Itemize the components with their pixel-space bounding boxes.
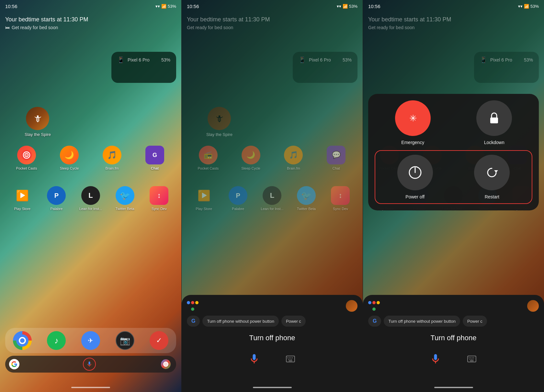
svg-rect-22 <box>470 357 471 358</box>
dock-chrome[interactable] <box>13 331 32 350</box>
lens-button[interactable] <box>159 358 172 371</box>
brain-fm-label: Brain.fm <box>106 166 119 170</box>
app-chat[interactable]: G Chat <box>143 146 166 170</box>
chip-google-3[interactable]: G <box>368 316 381 327</box>
emergency-item[interactable]: ✳ Emergency <box>375 100 451 145</box>
svg-rect-16 <box>490 118 498 123</box>
chip-suggestion-2[interactable]: Power c <box>281 316 306 327</box>
wifi-icon: ▾▾ <box>155 4 160 9</box>
app-lean[interactable]: L Lean for Inst... <box>79 186 102 211</box>
keyboard-button-3[interactable] <box>463 351 480 367</box>
svg-text:✳: ✳ <box>409 113 416 123</box>
assistant-sheet-3: G Turn off phone without power button Po… <box>363 295 544 392</box>
slay-spire-app[interactable]: 🗡 Slay the Spire <box>25 107 51 137</box>
poweroff-item[interactable]: Power off <box>379 155 451 199</box>
brain-fm-icon: 🎵 <box>103 146 121 164</box>
svg-rect-7 <box>287 357 288 358</box>
lean-label: Lean for Inst... <box>79 207 102 211</box>
bedtime-title: Your bedtime starts at 11:30 PM <box>5 16 176 23</box>
status-time-2: 10:56 <box>187 4 199 9</box>
chip-suggestion-1-3[interactable]: Turn off phone without power button <box>384 316 460 327</box>
app-play-store[interactable]: ▶️ Play Store <box>11 186 34 211</box>
panel-power-menu: 10:56 ▾▾ 📶 53% Your bedtime starts at 11… <box>363 0 544 392</box>
lockdown-item[interactable]: Lockdown <box>456 100 533 145</box>
svg-point-3 <box>26 155 27 156</box>
chip-suggestion-2-3[interactable]: Power c <box>463 316 487 327</box>
app-pocket-casts[interactable]: Pocket Casts <box>15 146 38 170</box>
palabre-label: Palabre <box>50 207 62 211</box>
app-sleep-cycle[interactable]: 🌙 Sleep Cycle <box>58 146 81 170</box>
dot-red-3 <box>372 301 376 304</box>
signal-icon: 📶 <box>161 4 166 9</box>
battery-widget-2: 📱 Pixel 6 Pro 53% <box>293 52 357 83</box>
keyboard-button[interactable] <box>282 351 299 367</box>
dock-todoist[interactable]: ✓ <box>150 331 168 350</box>
dock-camera[interactable]: 📷 <box>116 331 134 350</box>
lockdown-button[interactable] <box>476 100 512 136</box>
assistant-avatar-3 <box>527 300 539 312</box>
home-indicator-2[interactable] <box>253 387 292 388</box>
assistant-avatar <box>346 300 357 312</box>
chip-google[interactable]: G <box>187 316 200 327</box>
svg-rect-13 <box>291 359 292 360</box>
notification-area: Your bedtime starts at 11:30 PM 🛏 Get re… <box>5 16 176 30</box>
dot-green-3 <box>372 308 376 311</box>
google-dots-3 <box>368 300 380 312</box>
svg-rect-24 <box>473 357 474 358</box>
sleep-cycle-label: Sleep Cycle <box>60 166 79 170</box>
twitter-label: Twitter Beta <box>116 207 134 211</box>
battery-indicator-2: 53% <box>349 4 357 9</box>
chat-label: Chat <box>151 166 159 170</box>
assistant-query: Turn off phone <box>182 330 363 345</box>
dimmed-notification: Your bedtime starts at 11:30 PM Get read… <box>187 16 270 30</box>
app-twitter[interactable]: 🐦 Twitter Beta <box>113 186 137 211</box>
assistant-query-3: Turn off phone <box>363 330 544 345</box>
svg-rect-11 <box>288 359 289 360</box>
bedtime-subtitle: 🛏 Get ready for bed soon <box>5 25 176 30</box>
emergency-button[interactable]: ✳ <box>395 100 431 136</box>
assistant-mic-button[interactable] <box>246 351 263 367</box>
status-bar-3: 10:56 ▾▾ 📶 53% <box>363 0 544 12</box>
slay-spire-icon: 🗡 <box>26 107 49 130</box>
battery-percentage: 53% <box>161 57 170 62</box>
poweroff-button[interactable] <box>397 155 433 190</box>
dot-blue-3 <box>368 301 371 304</box>
play-store-icon: ▶️ <box>13 186 32 205</box>
svg-rect-21 <box>469 357 469 358</box>
assistant-mic-button-3[interactable] <box>427 351 444 367</box>
app-palabre[interactable]: P Palabre <box>45 186 68 211</box>
wifi-icon-3: ▾▾ <box>518 4 523 9</box>
svg-rect-25 <box>470 359 470 360</box>
status-time-3: 10:56 <box>368 4 380 9</box>
search-mic-button[interactable] <box>83 358 96 371</box>
battery-widget[interactable]: 📱 Pixel 6 Pro 53% <box>111 52 176 83</box>
dock-spotify[interactable]: ♪ <box>47 331 66 350</box>
svg-rect-14 <box>289 361 292 361</box>
app-row-1-dim: 📻 Pocket Casts 🌙 Sleep Cycle 🎵 Brain.fm … <box>187 146 357 170</box>
emergency-label: Emergency <box>401 140 424 145</box>
device-name: Pixel 6 Pro <box>128 57 150 62</box>
dock: ♪ ✈ 📷 ✓ <box>5 328 176 353</box>
google-g-icon <box>9 359 19 369</box>
dock-direct[interactable]: ✈ <box>81 331 100 350</box>
assistant-header <box>182 300 363 316</box>
chip-suggestion-1[interactable]: Turn off phone without power button <box>202 316 278 327</box>
slay-spire-dim: 🗡 Slay the Spire <box>206 107 232 137</box>
panel-assistant: 10:56 ▾▾ 📶 53% Your bedtime starts at 11… <box>181 0 363 392</box>
home-indicator[interactable] <box>71 387 110 388</box>
status-icons-2: ▾▾ 📶 53% <box>337 4 357 9</box>
home-indicator-3[interactable] <box>434 387 473 388</box>
dot-red <box>191 301 194 304</box>
slay-spire-label: Slay the Spire <box>25 132 51 137</box>
app-sync-dev[interactable]: ↕ Sync Dev <box>147 186 171 211</box>
google-dots <box>187 300 198 312</box>
search-bar[interactable] <box>5 356 176 373</box>
app-row-2-dim: ▶️Play Store PPalabre LLean for Inst... … <box>187 186 357 211</box>
poweroff-label: Power off <box>405 194 425 199</box>
restart-item[interactable]: Restart <box>456 155 528 199</box>
app-brain-fm[interactable]: 🎵 Brain.fm <box>100 146 124 170</box>
bed-icon: 🛏 <box>5 25 10 30</box>
svg-rect-9 <box>290 357 291 358</box>
signal-icon-2: 📶 <box>343 4 348 9</box>
restart-button[interactable] <box>474 155 510 190</box>
